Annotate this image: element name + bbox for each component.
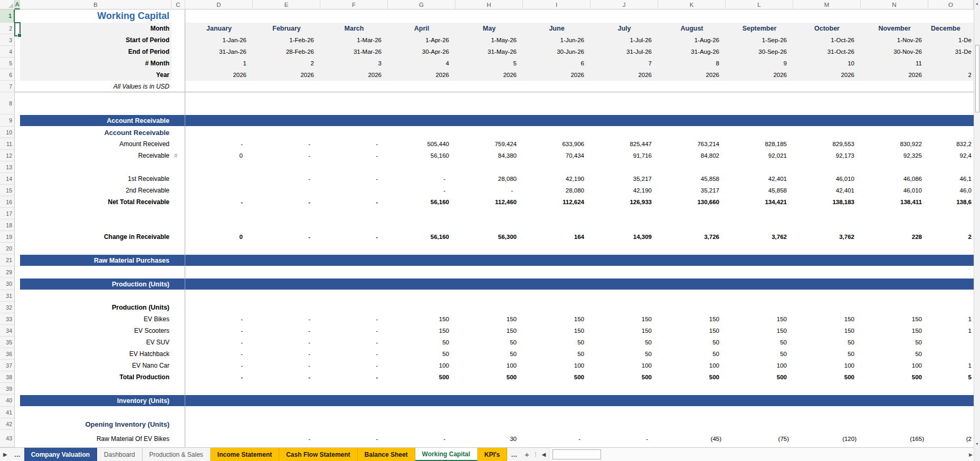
cell[interactable]: 164 bbox=[523, 231, 591, 243]
row-label-cell[interactable]: End of Period bbox=[20, 46, 172, 57]
cell[interactable]: 35,217 bbox=[591, 173, 658, 185]
cell[interactable]: 50 bbox=[658, 337, 726, 348]
cell[interactable]: 829,553 bbox=[793, 138, 861, 150]
row-header[interactable]: 3 bbox=[0, 34, 15, 46]
cell[interactable]: 30-Nov-26 bbox=[861, 46, 928, 57]
cell[interactable]: 91,716 bbox=[591, 150, 658, 161]
cell[interactable]: 56,160 bbox=[388, 196, 455, 208]
cell[interactable]: 3,726 bbox=[658, 231, 726, 243]
cell[interactable]: 2026 bbox=[455, 69, 523, 81]
cell[interactable]: 150 bbox=[591, 313, 658, 325]
cell[interactable]: 46,1 bbox=[928, 173, 974, 185]
row-header[interactable]: 1 bbox=[0, 9, 15, 23]
cell[interactable]: 134,421 bbox=[726, 196, 793, 208]
column-header[interactable]: F bbox=[320, 0, 388, 9]
cell[interactable]: 50 bbox=[658, 348, 726, 360]
cell[interactable]: 5 bbox=[455, 57, 523, 69]
row-label-cell[interactable]: Net Total Receivable bbox=[20, 196, 172, 208]
cell[interactable]: 150 bbox=[388, 313, 455, 325]
cell[interactable]: - bbox=[185, 360, 253, 371]
cell[interactable]: 2026 bbox=[320, 69, 388, 81]
scroll-left-icon[interactable]: ◀ bbox=[539, 448, 549, 461]
scroll-right-icon[interactable]: ▶ bbox=[969, 448, 973, 461]
cell[interactable]: 45,858 bbox=[658, 173, 726, 185]
scroll-up-icon[interactable]: ▲ bbox=[974, 2, 980, 5]
cell[interactable]: 830,922 bbox=[861, 138, 928, 150]
cell[interactable]: 30 bbox=[455, 430, 523, 447]
column-header[interactable]: L bbox=[726, 0, 793, 9]
cell[interactable]: 84,380 bbox=[455, 150, 523, 161]
row-header[interactable]: 14 bbox=[0, 173, 15, 185]
cell[interactable]: 500 bbox=[523, 371, 591, 383]
tab-scroll-splitter[interactable]: ⁞ bbox=[532, 448, 538, 461]
cell[interactable]: 150 bbox=[861, 325, 928, 337]
cell[interactable]: 150 bbox=[793, 325, 861, 337]
row-label-cell[interactable]: Production (Units) bbox=[20, 302, 172, 313]
row-header[interactable]: 30 bbox=[0, 278, 15, 290]
cell[interactable]: 1-Sep-26 bbox=[726, 34, 793, 46]
cell[interactable]: 100 bbox=[388, 360, 455, 371]
row-header[interactable]: 5 bbox=[0, 57, 15, 69]
column-header[interactable]: N bbox=[861, 0, 928, 9]
column-header[interactable]: B bbox=[20, 0, 172, 9]
cell[interactable]: 130,660 bbox=[658, 196, 726, 208]
cell[interactable]: 50 bbox=[591, 348, 658, 360]
row-header[interactable]: 43 bbox=[0, 430, 15, 447]
row-header[interactable]: 39 bbox=[0, 383, 15, 395]
cell[interactable]: 5 bbox=[928, 371, 974, 383]
cell[interactable]: 1-Jun-26 bbox=[523, 34, 591, 46]
scroll-tabs-button[interactable]: ▶ bbox=[0, 448, 11, 461]
cell[interactable]: 825,447 bbox=[591, 138, 658, 150]
row-label-cell[interactable]: 2nd Receivable bbox=[20, 185, 172, 196]
cell[interactable]: 92,325 bbox=[861, 150, 928, 161]
cell[interactable]: 150 bbox=[793, 313, 861, 325]
row-header[interactable]: 17 bbox=[0, 208, 15, 219]
cell[interactable]: 30-Apr-26 bbox=[388, 46, 455, 57]
cell[interactable]: - bbox=[253, 337, 320, 348]
cell[interactable]: - bbox=[320, 138, 388, 150]
cell[interactable]: - bbox=[185, 138, 253, 150]
cell[interactable]: - bbox=[388, 173, 455, 185]
cell[interactable]: 31-May-26 bbox=[455, 46, 523, 57]
column-header[interactable]: D bbox=[185, 0, 253, 9]
cell[interactable]: 10 bbox=[793, 57, 861, 69]
cell[interactable]: 1-Feb-26 bbox=[253, 34, 320, 46]
row-header[interactable]: 38 bbox=[0, 371, 15, 383]
cell[interactable]: - bbox=[320, 348, 388, 360]
cell[interactable]: - bbox=[185, 313, 253, 325]
cell[interactable]: - bbox=[185, 371, 253, 383]
row-header[interactable]: 32 bbox=[0, 302, 15, 313]
cell[interactable]: - bbox=[591, 430, 658, 447]
cell[interactable]: 11 bbox=[861, 57, 928, 69]
cell[interactable]: 46,086 bbox=[861, 173, 928, 185]
row-header[interactable]: 10 bbox=[0, 127, 15, 138]
cell[interactable]: 70,434 bbox=[523, 150, 591, 161]
row-header[interactable]: 18 bbox=[0, 219, 15, 231]
cell[interactable]: 138,411 bbox=[861, 196, 928, 208]
column-header[interactable]: E bbox=[253, 0, 320, 9]
cell[interactable]: 1-De bbox=[928, 34, 974, 46]
row-label-cell[interactable]: Working Capital bbox=[20, 9, 172, 23]
cell[interactable]: - bbox=[253, 371, 320, 383]
cell[interactable]: 150 bbox=[388, 325, 455, 337]
row-header[interactable]: 9 bbox=[0, 114, 15, 127]
cell[interactable]: 832,2 bbox=[928, 138, 974, 150]
cell[interactable]: - bbox=[253, 348, 320, 360]
cell[interactable]: 150 bbox=[658, 325, 726, 337]
cell[interactable]: 42,401 bbox=[726, 173, 793, 185]
cell[interactable]: - bbox=[320, 325, 388, 337]
cell[interactable]: 35,217 bbox=[658, 185, 726, 196]
cell[interactable]: - bbox=[523, 430, 591, 447]
cell[interactable]: 1 bbox=[928, 313, 974, 325]
column-header[interactable]: K bbox=[658, 0, 726, 9]
row-header[interactable]: 4 bbox=[0, 46, 15, 57]
cell[interactable]: 500 bbox=[861, 371, 928, 383]
cell[interactable]: 1 bbox=[928, 325, 974, 337]
cell[interactable]: 1 bbox=[185, 57, 253, 69]
row-label-cell[interactable]: Change in Receivable bbox=[20, 231, 172, 243]
cell[interactable]: 50 bbox=[726, 348, 793, 360]
cell[interactable]: 56,160 bbox=[388, 231, 455, 243]
tab-income-statement[interactable]: Income Statement bbox=[211, 448, 279, 461]
unit-hash-cell[interactable]: # bbox=[172, 150, 185, 161]
cell[interactable]: 828,185 bbox=[726, 138, 793, 150]
